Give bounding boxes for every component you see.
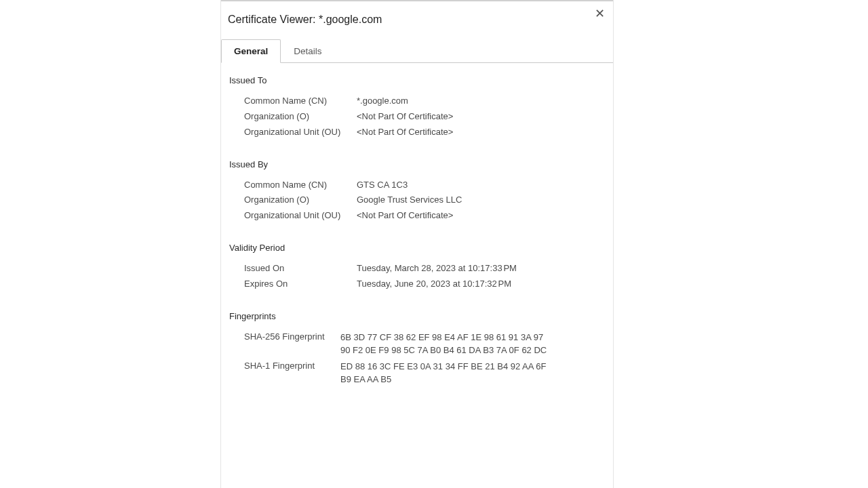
issued-to-o-value: <Not Part Of Certificate> <box>357 110 605 123</box>
issued-to-o-row: Organization (O) <Not Part Of Certificat… <box>229 109 605 125</box>
certificate-viewer-dialog: ✕ Certificate Viewer: *.google.com Gener… <box>220 0 614 488</box>
dialog-title: Certificate Viewer: *.google.com <box>228 14 382 26</box>
validity-expires-on-label: Expires On <box>244 278 357 291</box>
section-fingerprints: Fingerprints SHA-256 Fingerprint 6B 3D 7… <box>229 311 605 388</box>
issued-to-ou-value: <Not Part Of Certificate> <box>357 126 605 139</box>
dialog-header: Certificate Viewer: *.google.com <box>221 1 613 28</box>
issued-by-cn-row: Common Name (CN) GTS CA 1C3 <box>229 178 605 193</box>
issued-to-ou-row: Organizational Unit (OU) <Not Part Of Ce… <box>229 125 605 140</box>
section-issued-to: Issued To Common Name (CN) *.google.com … <box>229 75 605 140</box>
issued-to-ou-label: Organizational Unit (OU) <box>244 126 357 139</box>
section-title-validity: Validity Period <box>229 243 605 253</box>
fp-sha256-line1: 6B 3D 77 CF 38 62 EF 98 E4 AF 1E 98 61 9… <box>340 332 543 342</box>
fp-sha1-line2: B9 EA AA B5 <box>340 374 391 384</box>
tab-general[interactable]: General <box>221 39 281 63</box>
issued-by-o-value: Google Trust Services LLC <box>357 194 605 207</box>
fp-sha1-row: SHA-1 Fingerprint ED 88 16 3C FE E3 0A 3… <box>229 359 605 388</box>
section-title-issued-by: Issued By <box>229 159 605 169</box>
issued-to-cn-value: *.google.com <box>357 95 605 108</box>
fp-sha256-label: SHA-256 Fingerprint <box>244 331 340 357</box>
issued-by-ou-row: Organizational Unit (OU) <Not Part Of Ce… <box>229 208 605 224</box>
issued-by-cn-label: Common Name (CN) <box>244 179 357 192</box>
issued-by-ou-value: <Not Part Of Certificate> <box>357 209 605 222</box>
section-title-fingerprints: Fingerprints <box>229 311 605 321</box>
issued-by-o-label: Organization (O) <box>244 194 357 207</box>
close-icon[interactable]: ✕ <box>591 5 608 22</box>
issued-by-o-row: Organization (O) Google Trust Services L… <box>229 192 605 208</box>
tabs-bar: General Details <box>221 39 613 63</box>
validity-issued-on-value: Tuesday, March 28, 2023 at 10:17:33 PM <box>357 262 605 275</box>
validity-expires-on-value: Tuesday, June 20, 2023 at 10:17:32 PM <box>357 278 605 291</box>
section-title-issued-to: Issued To <box>229 75 605 85</box>
fp-sha256-value: 6B 3D 77 CF 38 62 EF 98 E4 AF 1E 98 61 9… <box>340 331 547 357</box>
issued-by-ou-label: Organizational Unit (OU) <box>244 209 357 222</box>
fp-sha256-line2: 90 F2 0E F9 98 5C 7A B0 B4 61 DA B3 7A 0… <box>340 345 547 355</box>
tab-details[interactable]: Details <box>281 39 334 63</box>
validity-issued-on-row: Issued On Tuesday, March 28, 2023 at 10:… <box>229 261 605 277</box>
section-issued-by: Issued By Common Name (CN) GTS CA 1C3 Or… <box>229 159 605 224</box>
fp-sha256-row: SHA-256 Fingerprint 6B 3D 77 CF 38 62 EF… <box>229 329 605 359</box>
fp-sha1-line1: ED 88 16 3C FE E3 0A 31 34 FF BE 21 B4 9… <box>340 361 547 371</box>
issued-to-o-label: Organization (O) <box>244 110 357 123</box>
fp-sha1-label: SHA-1 Fingerprint <box>244 360 340 386</box>
issued-to-cn-label: Common Name (CN) <box>244 95 357 108</box>
fp-sha1-value: ED 88 16 3C FE E3 0A 31 34 FF BE 21 B4 9… <box>340 360 547 386</box>
validity-expires-on-row: Expires On Tuesday, June 20, 2023 at 10:… <box>229 277 605 292</box>
issued-by-cn-value: GTS CA 1C3 <box>357 179 605 192</box>
issued-to-cn-row: Common Name (CN) *.google.com <box>229 94 605 109</box>
section-validity: Validity Period Issued On Tuesday, March… <box>229 243 605 292</box>
validity-issued-on-label: Issued On <box>244 262 357 275</box>
tab-content: Issued To Common Name (CN) *.google.com … <box>221 63 613 388</box>
